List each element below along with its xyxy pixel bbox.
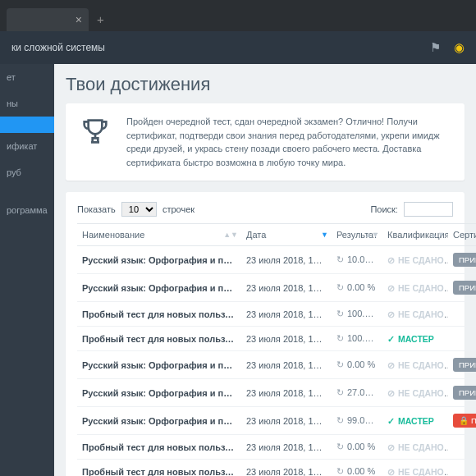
cell-result: ↻100.00 % <box>332 327 382 351</box>
lock-icon: 🔒 <box>459 416 469 425</box>
clock-icon: ↻ <box>336 333 344 343</box>
cell-name: Русский язык: Орфография и пунктуация <box>77 379 241 407</box>
get-cert-button[interactable]: 🔒ПОЛУЧ <box>453 414 476 428</box>
lightbulb-icon[interactable]: ◉ <box>454 40 465 55</box>
page-title: Твои достижения <box>66 74 465 95</box>
forbid-icon: ⊘ <box>387 309 395 319</box>
clock-icon: ↻ <box>336 387 344 397</box>
show-label-post: строчек <box>162 204 195 214</box>
sort-icon: ▲▼ <box>430 231 445 239</box>
sort-icon: ▼ <box>321 231 328 239</box>
show-label-pre: Показать <box>77 204 116 214</box>
sidebar-item-3[interactable]: ификат <box>0 133 54 159</box>
table-row: Пробный тест для новых пользователей23 и… <box>77 302 476 327</box>
apply-button[interactable]: ПРИМЕН <box>453 253 476 267</box>
forbid-icon: ⊘ <box>387 255 395 265</box>
cell-cert: ПРИМЕН <box>448 274 476 302</box>
forbid-icon: ⊘ <box>387 442 395 452</box>
cell-date: 23 июля 2018, 10:56 <box>241 460 332 477</box>
table-row: Пробный тест для новых пользователей23 и… <box>77 435 476 460</box>
apply-button[interactable]: ПРИМЕН <box>453 358 476 372</box>
search-input[interactable] <box>404 202 453 217</box>
cell-result: ↻100.00 % <box>332 302 382 327</box>
cell-cert <box>448 460 476 477</box>
clock-icon: ↻ <box>336 282 344 292</box>
cell-result: ↻99.00 % <box>332 407 382 435</box>
cell-date: 23 июля 2018, 10:57 <box>241 435 332 460</box>
cell-name: Русский язык: Орфография и пунктуация <box>77 246 241 274</box>
cell-result: ↻0.00 % <box>332 351 382 379</box>
cell-cert: ПРИМЕН <box>448 246 476 274</box>
cell-qual: ⊘НЕ СДАНО <box>382 274 448 302</box>
table-row: Пробный тест для новых пользователей23 и… <box>77 327 476 351</box>
forbid-icon: ⊘ <box>387 467 395 477</box>
sidebar-item-0[interactable]: ет <box>0 64 54 90</box>
col-header-name[interactable]: Наименование▲▼ <box>77 224 241 246</box>
cell-cert: ПРИМЕН <box>448 379 476 407</box>
cell-qual: ⊘НЕ СДАНО <box>382 435 448 460</box>
table-row: Пробный тест для новых пользователей23 и… <box>77 460 476 477</box>
apply-button[interactable]: ПРИМЕН <box>453 281 476 295</box>
cell-qual: ✓МАСТЕР <box>382 327 448 351</box>
close-icon[interactable]: × <box>76 13 82 26</box>
browser-tab[interactable]: × <box>7 8 89 31</box>
col-header-date[interactable]: Дата▼ <box>241 224 332 246</box>
cell-name: Русский язык: Орфография и пунктуация <box>77 351 241 379</box>
cell-cert <box>448 435 476 460</box>
cell-date: 23 июля 2018, 19:29 <box>241 274 332 302</box>
search-label: Поиск: <box>370 204 398 214</box>
cell-qual: ⊘НЕ СДАНО <box>382 302 448 327</box>
sidebar-item-4[interactable]: руб <box>0 159 54 185</box>
results-table: Наименование▲▼ Дата▼ Результат▲▼ Квалифи… <box>77 223 476 476</box>
check-icon: ✓ <box>387 334 395 344</box>
col-header-cert[interactable]: Сертификат <box>448 224 476 246</box>
sidebar-item-5[interactable]: рограмма <box>0 197 54 223</box>
cell-cert <box>448 327 476 351</box>
app-header: ки сложной системы ⚑ ◉ <box>0 31 476 64</box>
app-title: ки сложной системы <box>11 42 105 53</box>
flag-icon[interactable]: ⚑ <box>430 40 441 55</box>
cell-result: ↻0.00 % <box>332 274 382 302</box>
cell-date: 23 июля 2018, 19:29 <box>241 302 332 327</box>
cell-result: ↻27.00 % <box>332 379 382 407</box>
col-header-result[interactable]: Результат▲▼ <box>332 224 382 246</box>
cell-name: Пробный тест для новых пользователей <box>77 435 241 460</box>
cell-name: Пробный тест для новых пользователей <box>77 460 241 477</box>
new-tab-button[interactable]: + <box>97 12 104 26</box>
check-icon: ✓ <box>387 416 395 426</box>
cell-qual: ⊘НЕ СДАНО <box>382 351 448 379</box>
forbid-icon: ⊘ <box>387 388 395 398</box>
cell-date: 23 июля 2018, 19:28 <box>241 327 332 351</box>
clock-icon: ↻ <box>336 442 344 451</box>
cell-date: 23 июля 2018, 19:02 <box>241 379 332 407</box>
cell-result: ↻0.00 % <box>332 460 382 477</box>
cell-date: 23 июля 2018, 19:17 <box>241 351 332 379</box>
rows-per-page: Показать 10 строчек <box>77 202 195 217</box>
cell-cert <box>448 302 476 327</box>
cell-qual: ⊘НЕ СДАНО <box>382 246 448 274</box>
cell-result: ↻10.00 % <box>332 246 382 274</box>
cell-qual: ✓МАСТЕР <box>382 407 448 435</box>
intro-text: Пройден очередной тест, сдан очередной э… <box>126 115 451 169</box>
cell-date: 23 июля 2018, 18:52 <box>241 407 332 435</box>
cell-cert: 🔒ПОЛУЧ <box>448 407 476 435</box>
clock-icon: ↻ <box>336 466 344 476</box>
forbid-icon: ⊘ <box>387 360 395 370</box>
clock-icon: ↻ <box>336 254 344 264</box>
col-header-qual[interactable]: Квалификация▲▼ <box>382 224 448 246</box>
cell-name: Пробный тест для новых пользователей <box>77 327 241 351</box>
rows-select[interactable]: 10 <box>121 202 157 217</box>
cell-name: Русский язык: Орфография и пунктуация <box>77 274 241 302</box>
table-row: Русский язык: Орфография и пунктуация23 … <box>77 379 476 407</box>
cell-name: Русский язык: Орфография и пунктуация <box>77 407 241 435</box>
apply-button[interactable]: ПРИМЕН <box>453 386 476 400</box>
sidebar-item-2[interactable] <box>0 117 54 133</box>
header-actions: ⚑ ◉ <box>430 40 465 55</box>
cell-qual: ⊘НЕ СДАНО <box>382 460 448 477</box>
cell-date: 23 июля 2018, 19:30 <box>241 246 332 274</box>
clock-icon: ↻ <box>336 415 344 425</box>
forbid-icon: ⊘ <box>387 283 395 293</box>
sort-icon: ▲▼ <box>223 231 238 239</box>
table-row: Русский язык: Орфография и пунктуация23 … <box>77 274 476 302</box>
sidebar-item-1[interactable]: ны <box>0 90 54 117</box>
